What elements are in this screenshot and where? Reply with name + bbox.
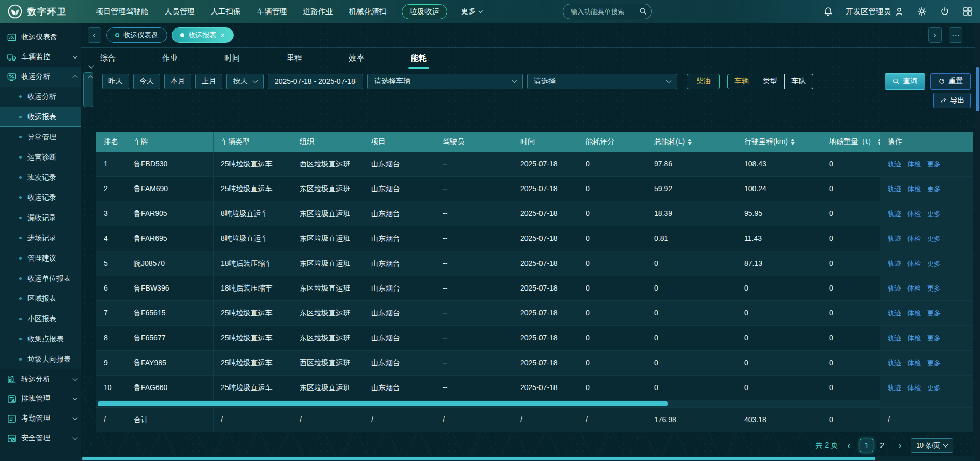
health-check-link[interactable]: 体检 xyxy=(907,251,921,276)
vertical-scrollbar[interactable] xyxy=(975,23,980,461)
sidebar-item[interactable]: 收运分析 xyxy=(0,67,81,87)
granularity-select[interactable]: 按天 xyxy=(226,74,264,89)
track-link[interactable]: 轨迹 xyxy=(888,177,901,201)
page-horizontal-scrollbar[interactable] xyxy=(81,456,975,461)
quick-range-yesterday-button[interactable]: 昨天 xyxy=(102,74,129,89)
page-size-select[interactable]: 10 条/页 xyxy=(911,438,953,453)
health-check-link[interactable]: 体检 xyxy=(907,226,921,251)
vehicle-select[interactable]: 请选择车辆 xyxy=(367,74,523,89)
track-link[interactable]: 轨迹 xyxy=(888,301,901,325)
sort-arrows-icon[interactable] xyxy=(791,139,795,145)
generic-select[interactable]: 请选择 xyxy=(527,74,677,89)
sidebar-item[interactable]: 小区报表 xyxy=(0,309,81,329)
sidebar-item[interactable]: 收运报表 xyxy=(0,107,81,127)
dimension-vehicle[interactable]: 车辆 xyxy=(727,74,756,89)
track-link[interactable]: 轨迹 xyxy=(888,326,901,350)
more-link[interactable]: 更多 xyxy=(927,201,941,226)
more-link[interactable]: 更多 xyxy=(927,376,941,400)
tabs-more-button[interactable]: ⋯ xyxy=(949,27,962,43)
quick-range-last-month-button[interactable]: 上月 xyxy=(195,74,222,89)
sidebar-item[interactable]: 安全管理 xyxy=(0,428,81,448)
date-range-picker[interactable]: 2025-07-18 - 2025-07-18 xyxy=(268,74,363,89)
sidebar-item[interactable]: 收集点报表 xyxy=(0,329,81,349)
sidebar-item[interactable]: 考勤管理 xyxy=(0,409,81,428)
prev-page-button[interactable]: ‹ xyxy=(846,441,851,450)
fuel-type-toggle[interactable]: 柴油 xyxy=(687,74,720,89)
sidebar-item[interactable]: 排班管理 xyxy=(0,389,81,409)
page-tab-report[interactable]: 收运报表 × xyxy=(172,27,234,43)
next-page-button[interactable]: › xyxy=(897,441,902,450)
health-check-link[interactable]: 体检 xyxy=(907,152,921,176)
health-check-link[interactable]: 体检 xyxy=(907,326,921,350)
more-link[interactable]: 更多 xyxy=(927,351,941,375)
sidebar-item[interactable]: 收运分析 xyxy=(0,87,81,107)
nav-item[interactable]: 车辆管理 xyxy=(256,4,288,19)
nav-more-menu[interactable]: 更多 xyxy=(461,7,482,16)
health-check-link[interactable]: 体检 xyxy=(907,376,921,400)
track-link[interactable]: 轨迹 xyxy=(888,226,901,251)
page-number-button[interactable]: 2 xyxy=(875,439,889,452)
sort-arrows-icon[interactable] xyxy=(688,139,692,145)
query-button[interactable]: 查询 xyxy=(885,73,925,90)
sidebar-item[interactable]: 车辆监控 xyxy=(0,47,81,67)
nav-item[interactable]: 人员管理 xyxy=(164,4,196,19)
sidebar-item[interactable]: 收运单位报表 xyxy=(0,268,81,289)
more-link[interactable]: 更多 xyxy=(927,276,941,300)
vertical-scrollbar-thumb[interactable] xyxy=(976,67,979,111)
sidebar-item[interactable]: 运营诊断 xyxy=(0,147,81,167)
track-link[interactable]: 轨迹 xyxy=(888,351,901,375)
power-icon[interactable] xyxy=(940,6,950,17)
column-header-weight-sortable[interactable]: 地磅重量（t） xyxy=(822,132,880,152)
apps-grid-icon[interactable] xyxy=(962,6,973,17)
subtab[interactable]: 作业 xyxy=(162,53,178,63)
tabs-scroll-right-button[interactable]: › xyxy=(928,27,942,43)
sidebar-item[interactable]: 转运分析 xyxy=(0,369,81,389)
nav-item[interactable]: 项目管理驾驶舱 xyxy=(95,4,150,19)
track-link[interactable]: 轨迹 xyxy=(888,376,901,400)
quick-range-this-month-button[interactable]: 本月 xyxy=(164,74,191,89)
close-icon[interactable]: × xyxy=(221,32,225,39)
subtab[interactable]: 里程 xyxy=(287,53,302,63)
sidebar-item[interactable]: 进场记录 xyxy=(0,228,81,248)
dimension-type[interactable]: 类型 xyxy=(756,74,785,89)
dimension-fleet[interactable]: 车队 xyxy=(784,74,813,89)
more-link[interactable]: 更多 xyxy=(927,152,941,176)
column-header-mileage-sortable[interactable]: 行驶里程(km) xyxy=(737,132,822,152)
nav-item[interactable]: 道路作业 xyxy=(302,4,334,19)
health-check-link[interactable]: 体检 xyxy=(907,201,921,226)
subtab[interactable]: 能耗 xyxy=(411,53,427,63)
search-icon[interactable] xyxy=(638,7,647,16)
nav-item[interactable]: 垃圾收运 xyxy=(402,4,447,19)
sidebar-item[interactable]: 区域报表 xyxy=(0,289,81,309)
nav-item[interactable]: 机械化清扫 xyxy=(348,4,388,19)
sidebar-item[interactable]: 班次记录 xyxy=(0,167,81,188)
more-link[interactable]: 更多 xyxy=(927,301,941,325)
sidebar-item[interactable]: 收运记录 xyxy=(0,188,81,208)
subtab[interactable]: 效率 xyxy=(349,53,364,63)
track-link[interactable]: 轨迹 xyxy=(888,201,901,226)
more-link[interactable]: 更多 xyxy=(927,226,941,251)
column-header-energy-sortable[interactable]: 总能耗(L) xyxy=(647,132,737,152)
filter-collapse-button[interactable] xyxy=(86,63,93,71)
track-link[interactable]: 轨迹 xyxy=(888,276,901,300)
track-link[interactable]: 轨迹 xyxy=(888,251,901,276)
health-check-link[interactable]: 体检 xyxy=(907,301,921,325)
more-link[interactable]: 更多 xyxy=(927,326,941,350)
page-tab-dashboard[interactable]: 收运仪表盘 xyxy=(106,27,167,43)
tabs-scroll-left-button[interactable]: ‹ xyxy=(88,27,101,43)
health-check-link[interactable]: 体检 xyxy=(907,276,921,300)
health-check-link[interactable]: 体检 xyxy=(907,177,921,201)
sidebar-item[interactable]: 管理建议 xyxy=(0,248,81,268)
subtab[interactable]: 时间 xyxy=(224,53,240,63)
page-number-button[interactable]: 1 xyxy=(860,439,873,452)
more-link[interactable]: 更多 xyxy=(927,251,941,276)
health-check-link[interactable]: 体检 xyxy=(907,351,921,375)
panel-collapse-tab[interactable] xyxy=(83,72,93,107)
user-menu[interactable]: 开发区管理员 xyxy=(846,6,904,17)
sidebar-item[interactable]: 收运仪表盘 xyxy=(0,27,81,47)
sidebar-item[interactable]: 漏收记录 xyxy=(0,208,81,228)
quick-range-today-button[interactable]: 今天 xyxy=(133,74,160,89)
bell-icon[interactable] xyxy=(823,6,833,17)
export-button[interactable]: 导出 xyxy=(933,93,971,108)
page-horizontal-scrollbar-thumb[interactable] xyxy=(82,457,875,460)
